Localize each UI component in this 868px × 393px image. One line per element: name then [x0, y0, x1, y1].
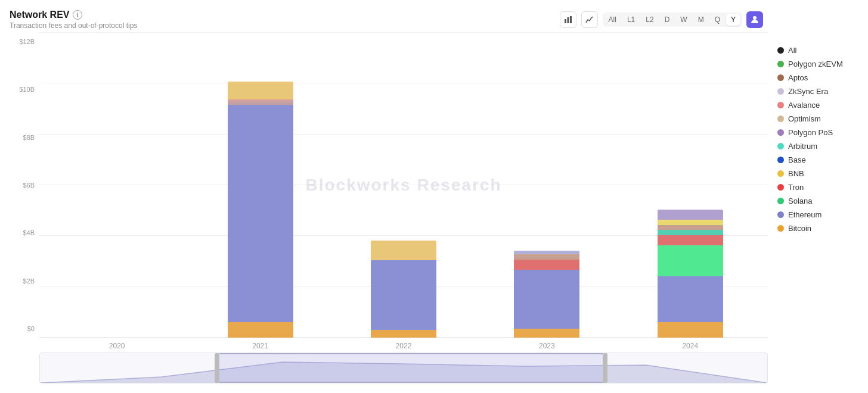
bar-chart-toggle[interactable]	[560, 11, 576, 28]
filter-q[interactable]: Q	[710, 14, 725, 26]
chart-subtitle: Transaction fees and out-of-protocol tip…	[10, 21, 137, 30]
header: Network REV ℹ Transaction fees and out-o…	[10, 10, 773, 30]
minimap-area	[10, 353, 773, 383]
legend-dot-all	[777, 47, 784, 54]
legend-item-all[interactable]: All	[777, 45, 858, 55]
legend-item-polygon-zkevm[interactable]: Polygon zkEVM	[777, 59, 858, 69]
minimap-handle-right[interactable]	[603, 353, 607, 383]
legend-label-all: All	[788, 46, 796, 55]
legend-panel: All Polygon zkEVM Aptos ZkSync Era Avala…	[773, 10, 868, 383]
legend-label-arbitrum: Arbitrum	[788, 142, 817, 151]
legend-item-optimism[interactable]: Optimism	[777, 114, 858, 124]
y-label-0: $0	[10, 325, 35, 332]
legend-item-aptos[interactable]: Aptos	[777, 73, 858, 83]
bars-inner	[39, 32, 768, 338]
y-label-12b: $12B	[10, 38, 35, 45]
filter-m[interactable]: M	[693, 14, 709, 26]
filter-l1[interactable]: L1	[622, 14, 640, 26]
legend-dot-polygon-pos	[777, 129, 784, 136]
filter-l2[interactable]: L2	[641, 14, 658, 26]
info-icon[interactable]: ℹ	[73, 10, 82, 20]
chart-title: Network REV	[10, 10, 69, 20]
avatar-button[interactable]	[746, 11, 763, 28]
svg-rect-1	[567, 17, 569, 23]
title-section: Network REV ℹ Transaction fees and out-o…	[10, 10, 137, 30]
legend-label-optimism: Optimism	[788, 114, 821, 123]
y-label-2b: $2B	[10, 277, 35, 285]
legend-dot-aptos	[777, 74, 784, 81]
legend-item-tron[interactable]: Tron	[777, 182, 858, 192]
x-label-2020: 2020	[69, 342, 165, 350]
legend-item-polygon-pos[interactable]: Polygon PoS	[777, 127, 858, 138]
legend-dot-tron	[777, 184, 784, 191]
y-label-8b: $8B	[10, 134, 35, 141]
filter-y[interactable]: Y	[726, 14, 740, 26]
stacked-bar-2021[interactable]	[228, 82, 293, 338]
filter-d[interactable]: D	[660, 14, 675, 26]
legend-item-arbitrum[interactable]: Arbitrum	[777, 141, 858, 151]
svg-rect-2	[570, 16, 572, 23]
x-label-2024: 2024	[643, 342, 738, 350]
legend-item-bnb[interactable]: BNB	[777, 169, 858, 179]
chart-wrapper: $12B $10B $8B $6B $4B $2B $0	[10, 32, 773, 350]
bar-group-2022	[356, 241, 451, 338]
time-filters: All L1 L2 D W M Q Y	[603, 13, 742, 27]
legend-label-zksync-era: ZkSync Era	[788, 87, 828, 96]
legend-label-bitcoin: Bitcoin	[788, 224, 811, 233]
legend-label-tron: Tron	[788, 183, 804, 192]
y-label-4b: $4B	[10, 229, 35, 236]
y-axis: $12B $10B $8B $6B $4B $2B $0	[10, 32, 39, 350]
line-chart-toggle[interactable]	[581, 11, 598, 28]
legend-label-solana: Solana	[788, 196, 812, 205]
legend-label-aptos: Aptos	[788, 73, 808, 82]
legend-dot-avalance	[777, 102, 784, 108]
svg-point-3	[753, 16, 757, 20]
main-container: Network REV ℹ Transaction fees and out-o…	[0, 0, 868, 393]
legend-label-bnb: BNB	[788, 169, 804, 178]
bar-group-2024	[643, 210, 738, 338]
filter-all[interactable]: All	[604, 14, 621, 26]
legend-label-base: Base	[788, 155, 806, 164]
minimap-inner[interactable]	[39, 353, 768, 383]
legend-label-polygon-pos: Polygon PoS	[788, 128, 833, 137]
legend-dot-zksync-era	[777, 88, 784, 95]
legend-item-ethereum[interactable]: Ethereum	[777, 210, 858, 220]
x-label-2023: 2023	[499, 342, 594, 350]
controls: All L1 L2 D W M Q Y	[560, 11, 763, 28]
legend-dot-base	[777, 157, 784, 163]
legend-dot-arbitrum	[777, 143, 784, 149]
legend-dot-polygon-zkevm	[777, 61, 784, 67]
legend-item-bitcoin[interactable]: Bitcoin	[777, 223, 858, 233]
bar-group-2021	[213, 82, 308, 338]
legend-item-zksync-era[interactable]: ZkSync Era	[777, 86, 858, 96]
stacked-bar-2023[interactable]	[514, 251, 579, 338]
legend-dot-optimism	[777, 116, 784, 122]
legend-label-ethereum: Ethereum	[788, 210, 822, 219]
x-label-2022: 2022	[356, 342, 451, 350]
stacked-bar-2022[interactable]	[371, 241, 436, 338]
stacked-bar-2024[interactable]	[658, 210, 723, 338]
legend-label-avalance: Avalance	[788, 101, 820, 110]
legend-dot-ethereum	[777, 211, 784, 218]
legend-item-avalance[interactable]: Avalance	[777, 100, 858, 110]
legend-dot-bitcoin	[777, 225, 784, 232]
x-labels: 2020 2021 2022 2023 2024	[39, 338, 768, 350]
x-label-2021: 2021	[213, 342, 308, 350]
legend-label-polygon-zkevm: Polygon zkEVM	[788, 60, 843, 68]
svg-rect-0	[565, 19, 566, 23]
legend-dot-bnb	[777, 170, 784, 177]
minimap-selection[interactable]	[219, 353, 603, 383]
bar-group-2023	[499, 251, 594, 338]
chart-area: Network REV ℹ Transaction fees and out-o…	[10, 10, 773, 383]
bars-container: Blockworks Research	[39, 32, 768, 338]
y-label-6b: $6B	[10, 182, 35, 189]
legend-dot-solana	[777, 198, 784, 204]
legend-item-base[interactable]: Base	[777, 155, 858, 165]
y-label-10b: $10B	[10, 86, 35, 93]
minimap-handle-left[interactable]	[215, 353, 219, 383]
title-row: Network REV ℹ	[10, 10, 137, 20]
chart-content: Blockworks Research	[39, 32, 768, 350]
legend-item-solana[interactable]: Solana	[777, 196, 858, 206]
filter-w[interactable]: W	[675, 14, 692, 26]
